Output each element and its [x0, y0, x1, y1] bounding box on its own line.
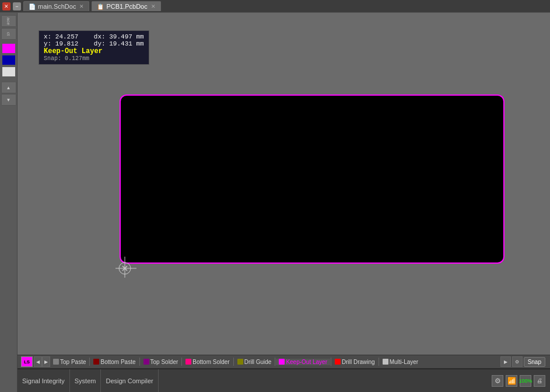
layer-label: Keep-Out Layer [286, 359, 327, 365]
design-compiler-section[interactable]: Design Compiler [101, 369, 158, 392]
layer-label: Drill Drawing [342, 359, 375, 365]
sidebar-arrows: ▲ ▼ [1, 82, 16, 106]
system-section[interactable]: System [70, 369, 101, 392]
pcb-board [120, 94, 505, 264]
cursor-crosshair [115, 257, 136, 278]
layer-tools-btn2[interactable]: ⚙ [512, 356, 523, 367]
system-label: System [75, 377, 96, 384]
layer-label: Bottom Paste [100, 359, 135, 365]
color-block-1 [2, 44, 15, 53]
status-icon-1[interactable]: ⚙ [492, 375, 503, 387]
status-bar: Signal Integrity System Design Compiler … [17, 369, 550, 392]
layer-separator-2 [139, 358, 140, 366]
layer-bottom-solder[interactable]: Bottom Solder [183, 359, 232, 365]
color-block-3 [2, 67, 15, 76]
canvas-area[interactable]: x: 24.257 dx: 39.497 mm y: 19.812 dy: 19… [17, 13, 550, 392]
zoom-level-text: 100% [519, 378, 532, 384]
signal-integrity-label: Signal Integrity [22, 377, 65, 384]
snap-info: Snap: 0.127mm [44, 55, 144, 62]
tab-label: main.SchDoc [38, 3, 76, 10]
layer-bar-right: ▶ ⚙ Snap [500, 356, 548, 367]
top-solder-dot [143, 359, 149, 365]
layer-label: Drill Guide [244, 359, 272, 365]
layer-separator-3 [181, 358, 182, 366]
sidebar-tool-2[interactable]: ct [1, 28, 16, 40]
layer-separator-1 [89, 358, 90, 366]
layer-label: Top Solder [150, 359, 178, 365]
layer-scroll-right[interactable]: ▶ [42, 356, 50, 367]
up-arrow-btn[interactable]: ▲ [1, 82, 16, 93]
layer-top-paste[interactable]: Top Paste [50, 359, 89, 365]
layer-label: Multi-Layer [390, 359, 418, 365]
layer-drill-guide[interactable]: Drill Guide [234, 359, 275, 365]
coord-ydx: y: 19.812 dy: 19.431 mm [44, 40, 144, 47]
left-sidebar: ace ct ▲ ▼ [0, 13, 17, 392]
tab-close-icon[interactable]: ✕ [151, 4, 156, 9]
down-arrow-btn[interactable]: ▼ [1, 94, 16, 106]
bottom-paste-dot [93, 359, 99, 365]
tab-main-schdoc[interactable]: 📄 main.SchDoc ✕ [23, 1, 89, 11]
tab-pcb1-pbcdoc[interactable]: 📋 PCB1.PcbDoc ✕ [92, 1, 160, 11]
keep-out-dot [279, 359, 285, 365]
layer-bottom-paste[interactable]: Bottom Paste [90, 359, 138, 365]
window-controls: ✕ − [2, 2, 21, 10]
top-paste-dot [53, 359, 59, 365]
snap-button[interactable]: Snap [524, 357, 545, 367]
layer-top-solder[interactable]: Top Solder [141, 359, 181, 365]
status-icon-2[interactable]: 📶 [506, 375, 517, 387]
multi-layer-dot [383, 359, 388, 365]
schdoc-icon: 📄 [29, 4, 36, 10]
layer-separator-5 [275, 358, 275, 366]
close-button[interactable]: ✕ [2, 2, 10, 10]
layer-separator-7 [379, 358, 379, 366]
current-layer-name: Keep-Out Layer [44, 47, 144, 55]
status-icon-3[interactable]: 🖨 [534, 375, 545, 387]
signal-integrity-section[interactable]: Signal Integrity [17, 369, 70, 392]
layer-keep-out[interactable]: Keep-Out Layer [276, 359, 330, 365]
layer-multi[interactable]: Multi-Layer [380, 359, 421, 365]
active-layer-indicator: LS [21, 356, 33, 367]
layer-scroll-left[interactable]: ◀ [34, 356, 42, 367]
title-bar: ✕ − 📄 main.SchDoc ✕ 📋 PCB1.PcbDoc ✕ [0, 0, 550, 13]
layer-drill-drawing[interactable]: Drill Drawing [332, 359, 378, 365]
design-compiler-label: Design Compiler [106, 377, 153, 384]
layer-tools-btn[interactable]: ▶ [500, 356, 511, 367]
coordinate-tooltip: x: 24.257 dx: 39.497 mm y: 19.812 dy: 19… [38, 30, 149, 65]
layer-label: Bottom Solder [192, 359, 229, 365]
zoom-indicator[interactable]: 100% [520, 375, 531, 387]
coord-xy: x: 24.257 dx: 39.497 mm [44, 33, 144, 40]
status-right-icons: ⚙ 📶 100% 🖨 [492, 375, 550, 387]
tab-label: PCB1.PcbDoc [106, 3, 147, 10]
color-block-2 [2, 55, 15, 65]
layer-separator-6 [331, 358, 331, 366]
layer-bar: LS ◀ ▶ Top Paste Bottom Paste Top Solder… [17, 355, 550, 369]
sidebar-colors [2, 43, 16, 77]
bottom-solder-dot [185, 359, 191, 365]
layer-label: Top Paste [60, 359, 86, 365]
drill-guide-dot [237, 359, 243, 365]
drill-drawing-dot [335, 359, 341, 365]
tab-close-icon[interactable]: ✕ [79, 4, 84, 9]
sidebar-tool-1[interactable]: ace [1, 15, 16, 27]
pcbdoc-icon: 📋 [97, 4, 104, 10]
minimize-button[interactable]: − [13, 2, 21, 10]
main-layout: ace ct ▲ ▼ x: 24.257 dx: 39.497 mm y: 19… [0, 13, 550, 392]
layer-separator-4 [233, 358, 234, 366]
